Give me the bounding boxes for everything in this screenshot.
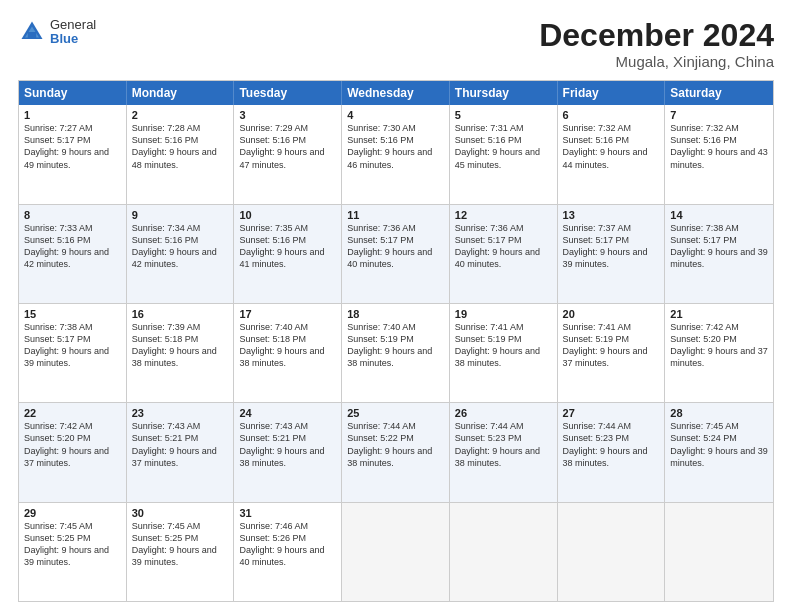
day-cell-25: 25Sunrise: 7:44 AM Sunset: 5:22 PM Dayli…	[342, 403, 450, 501]
day-number: 11	[347, 209, 444, 221]
header-day-thursday: Thursday	[450, 81, 558, 105]
day-number: 7	[670, 109, 768, 121]
day-cell-18: 18Sunrise: 7:40 AM Sunset: 5:19 PM Dayli…	[342, 304, 450, 402]
logo-icon	[18, 18, 46, 46]
header-day-monday: Monday	[127, 81, 235, 105]
day-number: 15	[24, 308, 121, 320]
header-day-friday: Friday	[558, 81, 666, 105]
day-number: 9	[132, 209, 229, 221]
day-info: Sunrise: 7:43 AM Sunset: 5:21 PM Dayligh…	[132, 420, 229, 469]
day-info: Sunrise: 7:46 AM Sunset: 5:26 PM Dayligh…	[239, 520, 336, 569]
empty-cell	[342, 503, 450, 601]
week-row-4: 29Sunrise: 7:45 AM Sunset: 5:25 PM Dayli…	[19, 502, 773, 601]
month-title: December 2024	[539, 18, 774, 53]
day-number: 28	[670, 407, 768, 419]
day-cell-16: 16Sunrise: 7:39 AM Sunset: 5:18 PM Dayli…	[127, 304, 235, 402]
week-row-2: 15Sunrise: 7:38 AM Sunset: 5:17 PM Dayli…	[19, 303, 773, 402]
day-number: 17	[239, 308, 336, 320]
day-cell-26: 26Sunrise: 7:44 AM Sunset: 5:23 PM Dayli…	[450, 403, 558, 501]
day-number: 20	[563, 308, 660, 320]
logo-general-text: General	[50, 18, 96, 32]
day-info: Sunrise: 7:43 AM Sunset: 5:21 PM Dayligh…	[239, 420, 336, 469]
day-cell-31: 31Sunrise: 7:46 AM Sunset: 5:26 PM Dayli…	[234, 503, 342, 601]
week-row-3: 22Sunrise: 7:42 AM Sunset: 5:20 PM Dayli…	[19, 402, 773, 501]
day-number: 22	[24, 407, 121, 419]
day-cell-23: 23Sunrise: 7:43 AM Sunset: 5:21 PM Dayli…	[127, 403, 235, 501]
day-cell-29: 29Sunrise: 7:45 AM Sunset: 5:25 PM Dayli…	[19, 503, 127, 601]
day-number: 2	[132, 109, 229, 121]
header-day-tuesday: Tuesday	[234, 81, 342, 105]
day-info: Sunrise: 7:38 AM Sunset: 5:17 PM Dayligh…	[24, 321, 121, 370]
logo: General Blue	[18, 18, 96, 47]
day-cell-27: 27Sunrise: 7:44 AM Sunset: 5:23 PM Dayli…	[558, 403, 666, 501]
day-number: 12	[455, 209, 552, 221]
empty-cell	[450, 503, 558, 601]
day-cell-28: 28Sunrise: 7:45 AM Sunset: 5:24 PM Dayli…	[665, 403, 773, 501]
day-cell-8: 8Sunrise: 7:33 AM Sunset: 5:16 PM Daylig…	[19, 205, 127, 303]
day-info: Sunrise: 7:45 AM Sunset: 5:24 PM Dayligh…	[670, 420, 768, 469]
day-cell-20: 20Sunrise: 7:41 AM Sunset: 5:19 PM Dayli…	[558, 304, 666, 402]
logo-blue-text: Blue	[50, 32, 96, 46]
day-info: Sunrise: 7:27 AM Sunset: 5:17 PM Dayligh…	[24, 122, 121, 171]
day-info: Sunrise: 7:36 AM Sunset: 5:17 PM Dayligh…	[347, 222, 444, 271]
day-number: 19	[455, 308, 552, 320]
header-day-wednesday: Wednesday	[342, 81, 450, 105]
day-cell-21: 21Sunrise: 7:42 AM Sunset: 5:20 PM Dayli…	[665, 304, 773, 402]
day-info: Sunrise: 7:45 AM Sunset: 5:25 PM Dayligh…	[132, 520, 229, 569]
day-info: Sunrise: 7:40 AM Sunset: 5:19 PM Dayligh…	[347, 321, 444, 370]
title-area: December 2024 Mugala, Xinjiang, China	[539, 18, 774, 70]
day-cell-12: 12Sunrise: 7:36 AM Sunset: 5:17 PM Dayli…	[450, 205, 558, 303]
day-number: 6	[563, 109, 660, 121]
day-info: Sunrise: 7:37 AM Sunset: 5:17 PM Dayligh…	[563, 222, 660, 271]
day-number: 8	[24, 209, 121, 221]
day-info: Sunrise: 7:28 AM Sunset: 5:16 PM Dayligh…	[132, 122, 229, 171]
header-day-sunday: Sunday	[19, 81, 127, 105]
week-row-1: 8Sunrise: 7:33 AM Sunset: 5:16 PM Daylig…	[19, 204, 773, 303]
day-cell-3: 3Sunrise: 7:29 AM Sunset: 5:16 PM Daylig…	[234, 105, 342, 203]
day-number: 3	[239, 109, 336, 121]
day-number: 30	[132, 507, 229, 519]
calendar-body: 1Sunrise: 7:27 AM Sunset: 5:17 PM Daylig…	[19, 105, 773, 601]
header-day-saturday: Saturday	[665, 81, 773, 105]
day-cell-7: 7Sunrise: 7:32 AM Sunset: 5:16 PM Daylig…	[665, 105, 773, 203]
day-cell-4: 4Sunrise: 7:30 AM Sunset: 5:16 PM Daylig…	[342, 105, 450, 203]
day-cell-9: 9Sunrise: 7:34 AM Sunset: 5:16 PM Daylig…	[127, 205, 235, 303]
day-number: 18	[347, 308, 444, 320]
day-info: Sunrise: 7:35 AM Sunset: 5:16 PM Dayligh…	[239, 222, 336, 271]
svg-rect-2	[28, 32, 36, 39]
day-cell-30: 30Sunrise: 7:45 AM Sunset: 5:25 PM Dayli…	[127, 503, 235, 601]
day-number: 31	[239, 507, 336, 519]
day-cell-10: 10Sunrise: 7:35 AM Sunset: 5:16 PM Dayli…	[234, 205, 342, 303]
day-number: 1	[24, 109, 121, 121]
day-info: Sunrise: 7:41 AM Sunset: 5:19 PM Dayligh…	[455, 321, 552, 370]
day-number: 4	[347, 109, 444, 121]
day-cell-5: 5Sunrise: 7:31 AM Sunset: 5:16 PM Daylig…	[450, 105, 558, 203]
logo-text: General Blue	[50, 18, 96, 47]
empty-cell	[558, 503, 666, 601]
day-number: 25	[347, 407, 444, 419]
location: Mugala, Xinjiang, China	[539, 53, 774, 70]
day-number: 14	[670, 209, 768, 221]
header: General Blue December 2024 Mugala, Xinji…	[18, 18, 774, 70]
day-info: Sunrise: 7:31 AM Sunset: 5:16 PM Dayligh…	[455, 122, 552, 171]
day-info: Sunrise: 7:33 AM Sunset: 5:16 PM Dayligh…	[24, 222, 121, 271]
day-info: Sunrise: 7:45 AM Sunset: 5:25 PM Dayligh…	[24, 520, 121, 569]
day-info: Sunrise: 7:42 AM Sunset: 5:20 PM Dayligh…	[670, 321, 768, 370]
day-info: Sunrise: 7:32 AM Sunset: 5:16 PM Dayligh…	[563, 122, 660, 171]
day-cell-22: 22Sunrise: 7:42 AM Sunset: 5:20 PM Dayli…	[19, 403, 127, 501]
day-number: 16	[132, 308, 229, 320]
day-number: 23	[132, 407, 229, 419]
day-cell-1: 1Sunrise: 7:27 AM Sunset: 5:17 PM Daylig…	[19, 105, 127, 203]
day-cell-15: 15Sunrise: 7:38 AM Sunset: 5:17 PM Dayli…	[19, 304, 127, 402]
day-cell-6: 6Sunrise: 7:32 AM Sunset: 5:16 PM Daylig…	[558, 105, 666, 203]
day-number: 10	[239, 209, 336, 221]
calendar-header: SundayMondayTuesdayWednesdayThursdayFrid…	[19, 81, 773, 105]
calendar: SundayMondayTuesdayWednesdayThursdayFrid…	[18, 80, 774, 602]
day-info: Sunrise: 7:29 AM Sunset: 5:16 PM Dayligh…	[239, 122, 336, 171]
day-cell-11: 11Sunrise: 7:36 AM Sunset: 5:17 PM Dayli…	[342, 205, 450, 303]
day-info: Sunrise: 7:44 AM Sunset: 5:23 PM Dayligh…	[455, 420, 552, 469]
day-number: 29	[24, 507, 121, 519]
day-info: Sunrise: 7:39 AM Sunset: 5:18 PM Dayligh…	[132, 321, 229, 370]
day-info: Sunrise: 7:44 AM Sunset: 5:22 PM Dayligh…	[347, 420, 444, 469]
day-cell-24: 24Sunrise: 7:43 AM Sunset: 5:21 PM Dayli…	[234, 403, 342, 501]
